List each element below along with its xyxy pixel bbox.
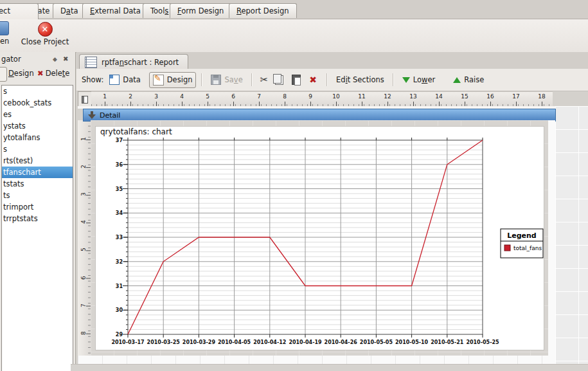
main-toolbar: en ✕ Close Project bbox=[0, 19, 588, 53]
navigator-design-button[interactable]: Design bbox=[8, 69, 34, 78]
navigator-item-ytotalfans[interactable]: ytotalfans bbox=[2, 132, 73, 143]
edit-sections-button[interactable]: Edit Sections bbox=[333, 73, 388, 86]
lower-arrow-icon bbox=[402, 77, 410, 87]
document-tab[interactable]: rptfanschart : Report bbox=[79, 54, 188, 69]
save-button[interactable]: Save bbox=[208, 73, 245, 87]
navigator-item-trimport[interactable]: trimport bbox=[2, 201, 73, 213]
show-design-label: Design bbox=[167, 75, 193, 84]
navigator-titlebar: gator ◆ ✖ bbox=[0, 54, 75, 66]
ribbon-tab-report-design[interactable]: Report Design bbox=[229, 3, 297, 18]
ribbon-tab-form-design[interactable]: Form Design bbox=[170, 3, 231, 18]
outside-page-area bbox=[555, 106, 588, 371]
svg-text:Legend: Legend bbox=[507, 231, 537, 240]
raise-button[interactable]: Raise bbox=[450, 71, 487, 89]
hruler-number: 12 bbox=[382, 93, 393, 100]
document-tab-label: rptfanschart : Report bbox=[102, 58, 179, 67]
vruler-number: 4 bbox=[80, 217, 87, 226]
dock-float-icon[interactable]: ◆ bbox=[53, 56, 57, 62]
raise-label: Raise bbox=[464, 75, 484, 84]
close-project-label: Close Project bbox=[18, 37, 72, 46]
menu-tab-bar: ectCreateDataExternal DataToolsForm Desi… bbox=[0, 0, 588, 19]
svg-text:37: 37 bbox=[116, 138, 123, 143]
hruler-number: 8 bbox=[280, 93, 290, 100]
navigator-item-ts[interactable]: ts bbox=[2, 190, 73, 201]
svg-text:2010-03-17: 2010-03-17 bbox=[111, 339, 144, 345]
close-project-button[interactable]: ✕ Close Project bbox=[18, 20, 72, 50]
vruler-number: 1 bbox=[80, 134, 87, 143]
svg-text:2010-03-25: 2010-03-25 bbox=[147, 339, 181, 345]
svg-text:29: 29 bbox=[116, 332, 123, 338]
show-design-button[interactable]: Design bbox=[149, 72, 197, 88]
hruler-number: 11 bbox=[357, 93, 367, 100]
hruler-number: 16 bbox=[485, 93, 495, 100]
svg-text:2010-05-21: 2010-05-21 bbox=[431, 339, 464, 345]
vruler-number: 5 bbox=[80, 245, 87, 254]
lower-label: Lower bbox=[413, 75, 435, 84]
hruler-number: 5 bbox=[202, 93, 213, 100]
toolbar-separator bbox=[201, 73, 202, 86]
hruler-number: 6 bbox=[228, 93, 238, 100]
hruler-number: 4 bbox=[177, 93, 187, 100]
hruler-number: 13 bbox=[408, 93, 418, 100]
navigator-object-list: scebook_statsesystatsytotalfanssrts(test… bbox=[1, 85, 73, 371]
hruler-number: 18 bbox=[537, 93, 547, 100]
report-design-toolbar: Show: Data Design Save ✂ ✖ Edit Sections… bbox=[76, 69, 588, 91]
hruler-number: 9 bbox=[305, 93, 316, 100]
report-document-icon bbox=[85, 57, 97, 68]
hruler-number: 15 bbox=[459, 93, 470, 100]
close-project-icon: ✕ bbox=[38, 22, 53, 37]
ribbon-tab-ect[interactable]: ect bbox=[0, 3, 39, 19]
project-navigator-panel: gator ◆ ✖ Design ✖Delete scebook_statses… bbox=[0, 52, 76, 371]
ribbon-tab-data[interactable]: Data bbox=[53, 3, 85, 18]
open-project-icon[interactable] bbox=[0, 21, 9, 35]
navigator-item-es[interactable]: es bbox=[2, 109, 73, 120]
svg-text:2010-04-05: 2010-04-05 bbox=[218, 339, 251, 345]
svg-text:2010-04-12: 2010-04-12 bbox=[253, 339, 286, 345]
raise-arrow-icon bbox=[453, 73, 461, 83]
paste-icon[interactable] bbox=[292, 75, 301, 85]
copy-icon[interactable] bbox=[275, 75, 283, 85]
show-data-button[interactable]: Data bbox=[106, 73, 143, 87]
toolbar-separator bbox=[251, 73, 253, 86]
navigator-item-s[interactable]: s bbox=[2, 143, 73, 155]
application-window: ectCreateDataExternal DataToolsForm Desi… bbox=[0, 0, 588, 371]
navigator-item-cebook_stats[interactable]: cebook_stats bbox=[2, 97, 73, 109]
delete-item-icon[interactable]: ✖ bbox=[309, 75, 317, 85]
navigator-item-tstats[interactable]: tstats bbox=[2, 178, 73, 190]
svg-text:33: 33 bbox=[116, 235, 123, 240]
navigator-item-ystats[interactable]: ystats bbox=[2, 120, 73, 132]
navigator-item-trrptstats[interactable]: trrptstats bbox=[2, 213, 73, 224]
navigator-delete-button[interactable]: ✖Delete bbox=[37, 69, 69, 78]
navigator-open-icon[interactable] bbox=[0, 67, 7, 82]
ribbon-tab-external-data[interactable]: External Data bbox=[82, 3, 148, 18]
navigator-item-rts-test-[interactable]: rts(test) bbox=[2, 155, 73, 167]
hruler-number: 10 bbox=[331, 93, 341, 100]
lower-button[interactable]: Lower bbox=[399, 71, 438, 89]
navigator-title: gator bbox=[1, 55, 21, 64]
document-tab-bar: rptfanschart : Report bbox=[76, 52, 588, 69]
ruler-origin-box bbox=[78, 91, 92, 107]
svg-text:31: 31 bbox=[116, 284, 123, 289]
toolbar-separator bbox=[326, 73, 328, 86]
chart-widget[interactable]: qrytotalfans: chart 2010-03-172010-03-25… bbox=[95, 126, 544, 350]
open-project-label[interactable]: en bbox=[0, 37, 9, 46]
navigator-item-tfanschart[interactable]: tfanschart bbox=[2, 167, 73, 178]
hruler-number: 1 bbox=[100, 93, 110, 100]
vruler-number: 8 bbox=[80, 329, 87, 338]
save-label: Save bbox=[224, 75, 242, 84]
navigator-item-s[interactable]: s bbox=[2, 86, 73, 97]
horizontal-ruler: 123456789101112131415161718 bbox=[91, 91, 553, 107]
chart-legend: Legend total_fans bbox=[501, 229, 543, 258]
page-margin bbox=[78, 356, 555, 364]
navigator-delete-label: Delete bbox=[46, 69, 70, 78]
dock-close-icon[interactable]: ✖ bbox=[63, 55, 68, 62]
chart-widget-title: qrytotalfans: chart bbox=[100, 127, 172, 136]
detail-section-header[interactable]: Detail bbox=[83, 109, 556, 122]
hruler-number: 17 bbox=[511, 93, 521, 100]
svg-text:2010-05-10: 2010-05-10 bbox=[395, 339, 429, 345]
svg-text:36: 36 bbox=[116, 162, 123, 168]
cut-icon[interactable]: ✂ bbox=[260, 74, 269, 86]
show-label: Show: bbox=[82, 75, 103, 84]
hruler-number: 14 bbox=[434, 93, 444, 100]
vruler-number: 3 bbox=[80, 190, 87, 199]
